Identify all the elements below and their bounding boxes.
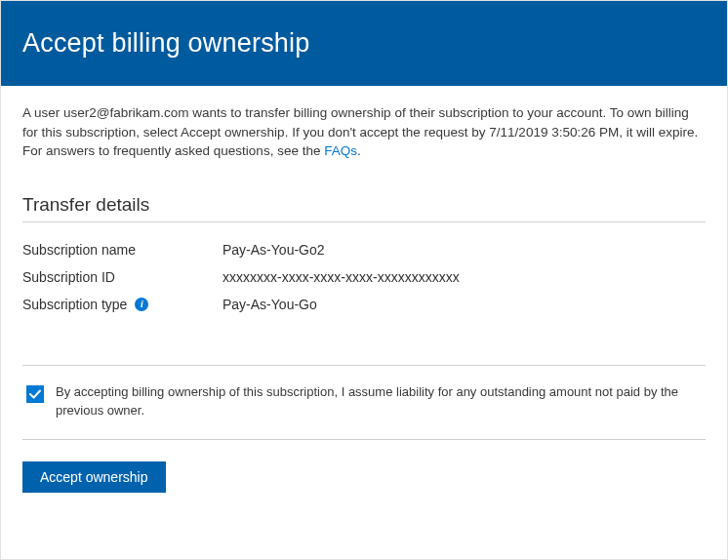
detail-value: Pay-As-You-Go — [222, 297, 317, 312]
label-text: Subscription name — [22, 242, 136, 258]
intro-paragraph: A user user2@fabrikam.com wants to trans… — [22, 103, 706, 161]
detail-row-subscription-id: Subscription ID xxxxxxxx-xxxx-xxxx-xxxx-… — [22, 263, 706, 291]
label-text: Subscription ID — [22, 269, 115, 285]
detail-value: Pay-As-You-Go2 — [222, 242, 325, 258]
label-text: Subscription type — [22, 297, 127, 312]
detail-label: Subscription type i — [22, 297, 222, 312]
liability-checkbox[interactable] — [26, 385, 44, 403]
intro-prefix: A user — [22, 105, 63, 120]
intro-email: user2@fabrikam.com — [63, 105, 189, 120]
content-area: A user user2@fabrikam.com wants to trans… — [1, 86, 727, 493]
faq-link[interactable]: FAQs — [324, 143, 357, 158]
accept-ownership-button[interactable]: Accept ownership — [22, 461, 166, 493]
detail-label: Subscription name — [22, 242, 222, 258]
checkmark-icon — [28, 387, 42, 401]
action-row: Accept ownership — [22, 440, 706, 493]
intro-period: . — [357, 143, 361, 158]
detail-value: xxxxxxxx-xxxx-xxxx-xxxx-xxxxxxxxxxxx — [222, 269, 460, 285]
page-title: Accept billing ownership — [22, 28, 706, 59]
intro-deadline: 7/11/2019 3:50:26 PM — [489, 125, 619, 140]
detail-label: Subscription ID — [22, 269, 222, 285]
detail-row-subscription-type: Subscription type i Pay-As-You-Go — [22, 291, 706, 318]
consent-text: By accepting billing ownership of this s… — [56, 383, 702, 420]
detail-row-subscription-name: Subscription name Pay-As-You-Go2 — [22, 236, 706, 263]
transfer-details-heading: Transfer details — [22, 194, 706, 222]
consent-block: By accepting billing ownership of this s… — [22, 365, 706, 441]
header-banner: Accept billing ownership — [1, 1, 727, 86]
info-icon[interactable]: i — [135, 298, 148, 311]
